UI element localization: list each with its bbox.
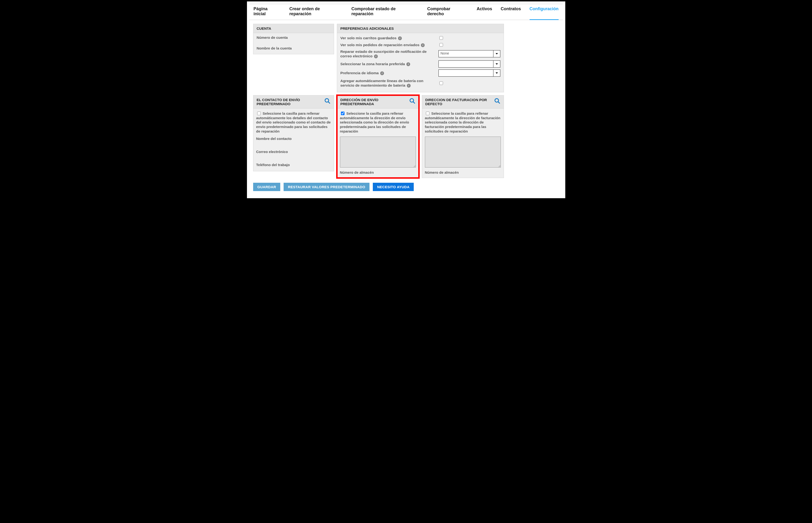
ship-contact-autofill-checkbox[interactable]: [257, 112, 261, 115]
additional-prefs-panel: PREFERENCIAS ADICIONALES Ver solo mis ca…: [337, 24, 504, 92]
additional-prefs-title: PREFERENCIAS ADICIONALES: [337, 24, 504, 33]
search-icon[interactable]: [324, 98, 330, 105]
tab-check-repair-status[interactable]: Comprobar estado de reparación: [351, 5, 419, 17]
billing-address-textarea[interactable]: [425, 137, 501, 167]
notif-status-value: None: [439, 51, 493, 57]
ship-address-autofill-label: Seleccione la casilla para rellenar auto…: [340, 111, 409, 133]
account-number-label: Número de cuenta: [257, 35, 330, 39]
need-help-button[interactable]: NECESITO AYUDA: [373, 183, 414, 191]
info-icon: i: [421, 43, 425, 47]
default-ship-contact-title: EL CONTACTO DE ENVÍO PREDETERMINADO: [257, 98, 324, 106]
timezone-select[interactable]: [439, 60, 500, 68]
save-button[interactable]: GUARDAR: [253, 183, 280, 191]
chevron-down-icon: [493, 61, 500, 67]
billing-address-autofill-label: Seleccione la casilla para rellenar auto…: [425, 111, 501, 133]
auto-battery-label: Agregar automáticamente líneas de baterí…: [340, 79, 424, 87]
default-ship-address-panel: DIRECCIÓN DE ENVÍO PREDETERMINADA Selecc…: [337, 95, 419, 178]
language-label: Preferencia de idioma: [340, 71, 379, 75]
billing-address-autofill-checkbox[interactable]: [426, 112, 429, 115]
contact-name-label: Nombre del contacto: [256, 137, 331, 141]
ship-contact-autofill-label: Seleccione la casilla para rellenar auto…: [256, 111, 331, 133]
svg-point-2: [410, 98, 413, 102]
chevron-down-icon: [493, 51, 500, 57]
ship-address-autofill-checkbox[interactable]: [341, 112, 345, 115]
search-icon[interactable]: [409, 98, 416, 105]
default-ship-address-title: DIRECCIÓN DE ENVÍO PREDETERMINADA: [340, 98, 409, 106]
timezone-label: Seleccionar la zona horaria preferida: [340, 62, 405, 66]
tab-bar: Página inicial Crear orden de reparación…: [249, 4, 563, 20]
ship-warehouse-label: Número de almacén: [340, 170, 416, 175]
language-value: [439, 70, 493, 76]
default-ship-contact-panel: EL CONTACTO DE ENVÍO PREDETERMINADO Sele…: [253, 95, 334, 171]
notif-status-label: Reparar estado de suscripción de notific…: [340, 50, 427, 58]
only-my-orders-label: Ver solo mis pedidos de reparación envia…: [340, 43, 420, 47]
svg-line-3: [413, 102, 415, 104]
only-my-orders-checkbox[interactable]: [439, 43, 443, 47]
only-my-carts-label: Ver solo mis carritos guardados: [340, 36, 396, 40]
info-icon: i: [406, 62, 410, 66]
contact-phone-label: Teléfono del trabajo: [256, 163, 331, 167]
default-billing-address-title: DIRECCION DE FACTURACION POR DEFECTO: [425, 98, 494, 106]
default-billing-address-panel: DIRECCION DE FACTURACION POR DEFECTO Sel…: [422, 95, 504, 178]
account-panel-title: CUENTA: [253, 24, 334, 33]
chevron-down-icon: [493, 70, 500, 76]
tab-assets[interactable]: Activos: [477, 5, 492, 17]
ship-address-textarea[interactable]: [340, 137, 416, 167]
auto-battery-checkbox[interactable]: [439, 82, 443, 85]
info-icon: i: [374, 54, 378, 58]
tab-configuration[interactable]: Configuración: [530, 5, 559, 20]
tab-contracts[interactable]: Contratos: [501, 5, 521, 17]
svg-line-5: [498, 102, 500, 104]
svg-point-4: [495, 98, 498, 102]
svg-point-0: [325, 98, 329, 102]
notif-status-select[interactable]: None: [439, 50, 500, 57]
search-icon[interactable]: [494, 98, 500, 105]
tab-check-entitlement[interactable]: Comprobar derecho: [427, 5, 468, 17]
contact-email-label: Correo electrónico: [256, 150, 331, 154]
billing-warehouse-label: Número de almacén: [425, 170, 501, 175]
account-name-label: Nombre de la cuenta: [257, 46, 330, 50]
info-icon: i: [398, 36, 402, 40]
info-icon: i: [380, 71, 384, 75]
account-panel: CUENTA Número de cuenta Nombre de la cue…: [253, 24, 334, 54]
info-icon: i: [407, 84, 411, 88]
only-my-carts-checkbox[interactable]: [439, 36, 443, 40]
tab-home[interactable]: Página inicial: [254, 5, 281, 17]
timezone-value: [439, 61, 493, 67]
language-select[interactable]: [439, 70, 500, 77]
svg-line-1: [328, 102, 330, 104]
tab-create-repair-order[interactable]: Crear orden de reparación: [289, 5, 343, 17]
restore-defaults-button[interactable]: RESTAURAR VALORES PREDETERMINADO: [283, 183, 369, 191]
